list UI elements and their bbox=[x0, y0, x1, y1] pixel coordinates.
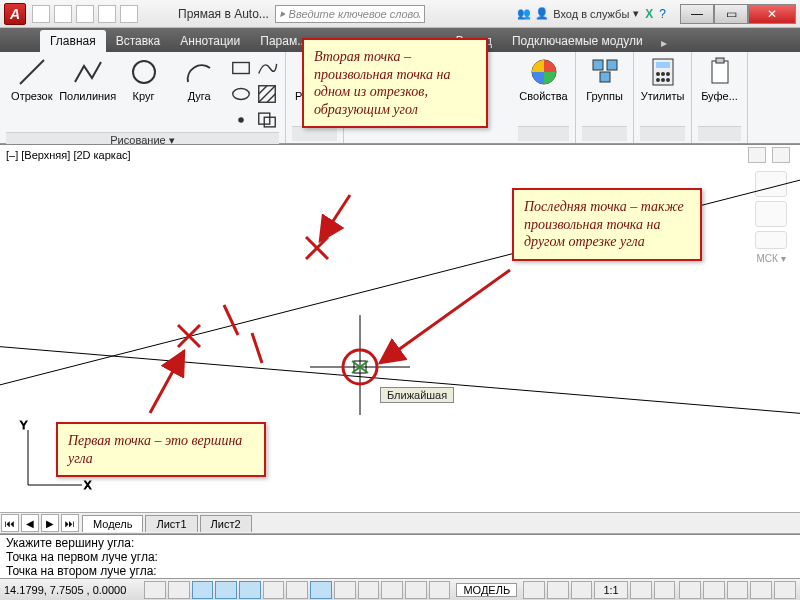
clipboard-button[interactable]: Буфе... bbox=[698, 56, 741, 102]
tab-overflow-icon[interactable]: ▸ bbox=[657, 34, 671, 52]
svg-point-21 bbox=[666, 72, 670, 76]
layout-nav-last-icon[interactable]: ⏭ bbox=[61, 514, 79, 532]
status-dyn-icon[interactable] bbox=[334, 581, 356, 599]
status-annvis-icon[interactable] bbox=[630, 581, 652, 599]
svg-text:X: X bbox=[84, 479, 92, 491]
qat-save-icon[interactable] bbox=[76, 5, 94, 23]
status-clean-icon[interactable] bbox=[774, 581, 796, 599]
hatch-icon[interactable] bbox=[255, 82, 279, 106]
region-icon[interactable] bbox=[255, 108, 279, 132]
help-icon[interactable]: ? bbox=[659, 7, 666, 21]
sign-in-button[interactable]: 👥 👤 Вход в службы ▾ bbox=[517, 7, 639, 20]
command-line[interactable]: Укажите вершину угла: Точка на первом лу… bbox=[0, 534, 800, 578]
status-hw-icon[interactable] bbox=[727, 581, 749, 599]
line-button[interactable]: Отрезок bbox=[6, 56, 58, 102]
status-annoscale-button[interactable]: 1:1 bbox=[594, 581, 628, 599]
arc-icon bbox=[183, 56, 215, 88]
calculator-icon bbox=[647, 56, 679, 88]
status-layout-icon[interactable] bbox=[523, 581, 545, 599]
status-grid-icon[interactable] bbox=[168, 581, 190, 599]
layout-tab-sheet2[interactable]: Лист2 bbox=[200, 515, 252, 532]
people-icon: 👥 bbox=[517, 7, 531, 20]
status-osnap-icon[interactable] bbox=[239, 581, 261, 599]
polyline-button[interactable]: Полилиния bbox=[62, 56, 114, 102]
utilities-button[interactable]: Утилиты bbox=[640, 56, 685, 102]
svg-rect-26 bbox=[716, 58, 724, 63]
rectangle-icon[interactable] bbox=[229, 56, 253, 80]
status-polar-icon[interactable] bbox=[215, 581, 237, 599]
layout-nav-next-icon[interactable]: ▶ bbox=[41, 514, 59, 532]
status-iso-icon[interactable] bbox=[750, 581, 772, 599]
status-qp-icon[interactable] bbox=[405, 581, 427, 599]
point-icon[interactable] bbox=[229, 108, 253, 132]
layout-nav-prev-icon[interactable]: ◀ bbox=[21, 514, 39, 532]
status-ws-icon[interactable] bbox=[679, 581, 701, 599]
status-snapmode-icon[interactable] bbox=[144, 581, 166, 599]
spline-icon[interactable] bbox=[255, 56, 279, 80]
chevron-down-icon: ▾ bbox=[633, 7, 639, 20]
ellipse-icon[interactable] bbox=[229, 82, 253, 106]
tab-plugins[interactable]: Подключаемые модули bbox=[502, 30, 653, 52]
svg-line-45 bbox=[320, 195, 350, 241]
svg-point-8 bbox=[238, 117, 244, 123]
quick-access-toolbar bbox=[32, 5, 138, 23]
status-tpy-icon[interactable] bbox=[381, 581, 403, 599]
app-menu-icon[interactable]: A bbox=[4, 3, 26, 25]
circle-icon bbox=[128, 56, 160, 88]
svg-point-3 bbox=[233, 89, 250, 100]
close-button[interactable]: ✕ bbox=[748, 4, 796, 24]
draw-small-tools bbox=[229, 56, 279, 132]
panel-properties: Свойства bbox=[512, 52, 576, 143]
status-ann-icon[interactable] bbox=[571, 581, 593, 599]
maximize-button[interactable]: ▭ bbox=[714, 4, 748, 24]
status-sc-icon[interactable] bbox=[429, 581, 451, 599]
svg-line-28 bbox=[0, 345, 800, 415]
arc-button[interactable]: Дуга bbox=[173, 56, 225, 102]
callout-second-point: Вторая точка – произвольная точка на одн… bbox=[302, 38, 488, 128]
status-space-button[interactable]: МОДЕЛЬ bbox=[456, 583, 517, 597]
svg-rect-14 bbox=[593, 60, 603, 70]
qat-open-icon[interactable] bbox=[54, 5, 72, 23]
search-placeholder: Введите ключевое слово/фразу bbox=[289, 8, 420, 20]
title-bar: A Прямая в Auto... ▸ Введите ключевое сл… bbox=[0, 0, 800, 28]
status-qv-icon[interactable] bbox=[547, 581, 569, 599]
callout-last-point: Последняя точка – также произвольная точ… bbox=[512, 188, 702, 261]
snap-tooltip: Ближайшая bbox=[380, 387, 454, 403]
qat-undo-icon[interactable] bbox=[98, 5, 116, 23]
status-annauto-icon[interactable] bbox=[654, 581, 676, 599]
svg-point-23 bbox=[661, 78, 665, 82]
layout-tab-model[interactable]: Модель bbox=[82, 515, 143, 532]
tab-annotate[interactable]: Аннотации bbox=[170, 30, 250, 52]
exchange-icon[interactable]: X bbox=[645, 7, 653, 21]
circle-button[interactable]: Круг bbox=[118, 56, 170, 102]
qat-redo-icon[interactable] bbox=[120, 5, 138, 23]
svg-line-34 bbox=[252, 333, 262, 363]
status-bar: 14.1799, 7.7505 , 0.0000 МОДЕЛЬ 1:1 bbox=[0, 578, 800, 600]
tab-home[interactable]: Главная bbox=[40, 30, 106, 52]
status-3dosnap-icon[interactable] bbox=[263, 581, 285, 599]
svg-line-6 bbox=[259, 86, 276, 103]
properties-button[interactable]: Свойства bbox=[518, 56, 569, 102]
layout-tab-sheet1[interactable]: Лист1 bbox=[145, 515, 197, 532]
svg-line-5 bbox=[259, 86, 267, 94]
cmd-line-2: Точка на первом луче угла: bbox=[6, 550, 794, 564]
groups-icon bbox=[589, 56, 621, 88]
help-search-input[interactable]: ▸ Введите ключевое слово/фразу bbox=[275, 5, 425, 23]
status-lwt-icon[interactable] bbox=[358, 581, 380, 599]
svg-point-22 bbox=[656, 78, 660, 82]
layout-nav-first-icon[interactable]: ⏮ bbox=[1, 514, 19, 532]
minimize-button[interactable]: — bbox=[680, 4, 714, 24]
qat-new-icon[interactable] bbox=[32, 5, 50, 23]
panel-utilities: Утилиты bbox=[634, 52, 692, 143]
svg-point-19 bbox=[656, 72, 660, 76]
status-ortho-icon[interactable] bbox=[192, 581, 214, 599]
polyline-icon bbox=[72, 56, 104, 88]
tab-insert[interactable]: Вставка bbox=[106, 30, 171, 52]
status-ducs-icon[interactable] bbox=[310, 581, 332, 599]
status-lock-icon[interactable] bbox=[703, 581, 725, 599]
properties-icon bbox=[528, 56, 560, 88]
status-otrack-icon[interactable] bbox=[286, 581, 308, 599]
svg-point-20 bbox=[661, 72, 665, 76]
person-icon: 👤 bbox=[535, 7, 549, 20]
groups-button[interactable]: Группы bbox=[582, 56, 627, 102]
